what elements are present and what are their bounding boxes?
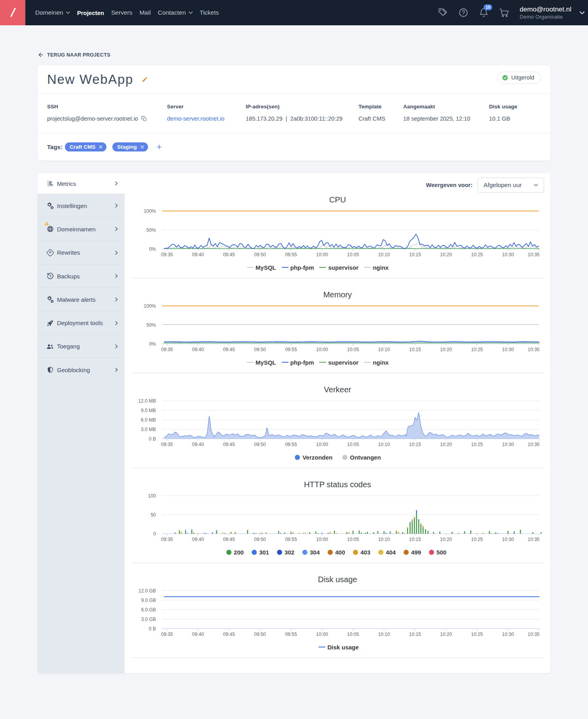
svg-text:10:05: 10:05 xyxy=(347,442,359,447)
svg-text:10:15: 10:15 xyxy=(409,537,421,542)
svg-text:100%: 100% xyxy=(144,208,156,214)
svg-text:09:35: 09:35 xyxy=(161,252,173,257)
svg-text:0%: 0% xyxy=(149,246,156,252)
svg-text:09:50: 09:50 xyxy=(254,537,266,542)
svg-text:10:35: 10:35 xyxy=(527,347,539,352)
svg-text:09:45: 09:45 xyxy=(223,632,235,637)
svg-text:10:00: 10:00 xyxy=(316,442,328,447)
svg-text:09:50: 09:50 xyxy=(254,632,266,637)
svg-text:100%: 100% xyxy=(144,303,156,309)
svg-text:10:15: 10:15 xyxy=(409,252,421,257)
svg-text:09:40: 09:40 xyxy=(192,347,204,352)
svg-text:10:25: 10:25 xyxy=(471,442,483,447)
svg-text:10:10: 10:10 xyxy=(378,442,390,447)
svg-text:10:00: 10:00 xyxy=(316,252,328,257)
svg-text:10:35: 10:35 xyxy=(527,632,539,637)
svg-text:12.0 GB: 12.0 GB xyxy=(138,588,156,594)
svg-text:10:35: 10:35 xyxy=(527,442,539,447)
svg-text:10:05: 10:05 xyxy=(347,537,359,542)
svg-text:09:40: 09:40 xyxy=(192,252,204,257)
svg-text:6.0 GB: 6.0 GB xyxy=(141,607,156,613)
svg-text:10:20: 10:20 xyxy=(440,252,452,257)
svg-text:50%: 50% xyxy=(146,322,156,328)
svg-text:09:55: 09:55 xyxy=(285,632,297,637)
svg-text:09:40: 09:40 xyxy=(192,632,204,637)
svg-text:6.0 MB: 6.0 MB xyxy=(141,417,156,423)
svg-text:10:20: 10:20 xyxy=(440,442,452,447)
svg-text:10:25: 10:25 xyxy=(471,632,483,637)
svg-text:0 B: 0 B xyxy=(149,626,156,632)
svg-text:10:10: 10:10 xyxy=(378,252,390,257)
svg-text:09:35: 09:35 xyxy=(161,347,173,352)
svg-text:09:45: 09:45 xyxy=(223,252,235,257)
svg-text:09:45: 09:45 xyxy=(223,537,235,542)
svg-text:10:10: 10:10 xyxy=(378,537,390,542)
svg-text:09:50: 09:50 xyxy=(254,442,266,447)
svg-text:09:45: 09:45 xyxy=(223,442,235,447)
svg-text:10:25: 10:25 xyxy=(471,252,483,257)
svg-text:10:15: 10:15 xyxy=(409,347,421,352)
svg-text:10:20: 10:20 xyxy=(440,537,452,542)
svg-text:10:00: 10:00 xyxy=(316,632,328,637)
svg-text:0%: 0% xyxy=(149,341,156,347)
svg-text:09:50: 09:50 xyxy=(254,347,266,352)
svg-text:10:30: 10:30 xyxy=(502,632,514,637)
svg-text:10:10: 10:10 xyxy=(378,347,390,352)
svg-text:09:50: 09:50 xyxy=(254,252,266,257)
svg-text:10:00: 10:00 xyxy=(316,347,328,352)
svg-text:50: 50 xyxy=(151,512,156,518)
svg-text:10:35: 10:35 xyxy=(527,252,539,257)
svg-text:10:15: 10:15 xyxy=(409,632,421,637)
svg-text:10:05: 10:05 xyxy=(347,632,359,637)
svg-text:10:30: 10:30 xyxy=(502,347,514,352)
svg-text:3.0 MB: 3.0 MB xyxy=(141,427,156,432)
svg-text:10:30: 10:30 xyxy=(502,537,514,542)
svg-text:10:25: 10:25 xyxy=(471,537,483,542)
svg-text:9.0 GB: 9.0 GB xyxy=(141,598,156,603)
svg-text:50%: 50% xyxy=(146,227,156,233)
svg-text:09:45: 09:45 xyxy=(223,347,235,352)
svg-text:09:55: 09:55 xyxy=(285,537,297,542)
svg-text:09:55: 09:55 xyxy=(285,347,297,352)
svg-text:10:20: 10:20 xyxy=(440,347,452,352)
svg-text:10:35: 10:35 xyxy=(527,537,539,542)
svg-text:10:30: 10:30 xyxy=(502,442,514,447)
svg-text:0: 0 xyxy=(153,531,156,537)
svg-text:12.0 MB: 12.0 MB xyxy=(138,398,156,404)
svg-text:10:05: 10:05 xyxy=(347,347,359,352)
svg-text:10:20: 10:20 xyxy=(440,632,452,637)
svg-text:100: 100 xyxy=(148,493,156,499)
svg-text:09:35: 09:35 xyxy=(161,632,173,637)
svg-text:09:35: 09:35 xyxy=(161,537,173,542)
svg-text:09:55: 09:55 xyxy=(285,442,297,447)
svg-text:09:40: 09:40 xyxy=(192,537,204,542)
svg-text:10:10: 10:10 xyxy=(378,632,390,637)
svg-text:10:30: 10:30 xyxy=(502,252,514,257)
svg-text:0 B: 0 B xyxy=(149,436,156,442)
svg-text:9.0 MB: 9.0 MB xyxy=(141,408,156,413)
svg-text:10:25: 10:25 xyxy=(471,347,483,352)
svg-text:3.0 GB: 3.0 GB xyxy=(141,617,156,622)
svg-text:09:40: 09:40 xyxy=(192,442,204,447)
svg-text:09:55: 09:55 xyxy=(285,252,297,257)
svg-text:10:05: 10:05 xyxy=(347,252,359,257)
svg-text:10:15: 10:15 xyxy=(409,442,421,447)
svg-text:10:00: 10:00 xyxy=(316,537,328,542)
svg-text:09:35: 09:35 xyxy=(161,442,173,447)
